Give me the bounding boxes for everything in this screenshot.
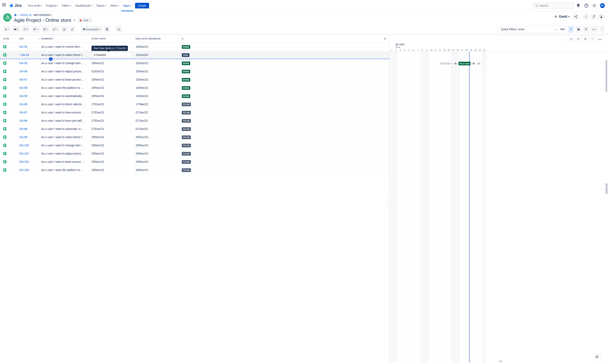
issue-key-link[interactable]: OA-58: [19, 86, 27, 89]
end-date-cell[interactable]: 19/Nov/21: [136, 45, 182, 48]
save-button[interactable]: [104, 26, 110, 33]
start-date-cell[interactable]: 29/Nov/21: [92, 78, 136, 81]
table-row[interactable]: ⋮⋮ OA-55 As a user I want to change item…: [0, 59, 389, 67]
folder-button[interactable]: ▾: [12, 26, 20, 33]
infobar-toggle[interactable]: INFOBAR: [605, 182, 608, 195]
summary-cell[interactable]: As a user I want to have access …: [41, 160, 85, 163]
summary-cell[interactable]: As a user I want to change item …: [41, 62, 84, 65]
zoom-out-button[interactable]: [575, 36, 581, 42]
table-row[interactable]: ⋮⋮ OA-100 As a user I want to change ite…: [0, 141, 389, 150]
nav-item-plans[interactable]: Plans ▾: [108, 0, 121, 11]
issue-key-link[interactable]: OA-87: [19, 111, 27, 114]
end-date-cell[interactable]: 10/Dec/21: [136, 70, 182, 73]
vertical-scrollbar[interactable]: [606, 60, 607, 92]
star-icon[interactable]: [9, 18, 12, 22]
gantt-more-button[interactable]: •••: [597, 36, 603, 42]
end-date-cell[interactable]: 10/Dec/21: [136, 62, 182, 65]
start-date-cell[interactable]: 29/Nov/21: [92, 94, 136, 98]
locate-button[interactable]: ◎: [568, 36, 574, 42]
col-header-summary[interactable]: SUMMARY: [41, 38, 92, 40]
table-row[interactable]: ⋮⋮ ›OA-54 As a user I want to select ite…: [0, 51, 389, 59]
gantt-body[interactable]: 17/Jun/24 ✓ As a user 19/…: [389, 52, 608, 363]
start-date-input[interactable]: [92, 52, 132, 58]
summary-cell[interactable]: As a user I want to select items f…: [41, 53, 85, 56]
status-badge[interactable]: 100%: [182, 53, 189, 57]
link-button[interactable]: ▾: [51, 26, 59, 33]
and-toggle[interactable]: AND: [559, 26, 567, 33]
milestone-dot-icon[interactable]: [472, 63, 475, 65]
status-badge[interactable]: DONE: [182, 94, 190, 98]
status-badge[interactable]: DONE: [182, 86, 190, 90]
status-badge[interactable]: TO DO: [182, 152, 191, 156]
status-badge[interactable]: TO DO: [182, 144, 191, 147]
summary-cell[interactable]: As a user I want to have access …: [41, 111, 85, 114]
issue-key-link[interactable]: OA-54: [21, 53, 29, 56]
collapse-up-button[interactable]: ⌃: [600, 26, 605, 33]
minimap-button[interactable]: [593, 353, 601, 360]
summary-cell[interactable]: As a user I want the platform to …: [41, 86, 84, 89]
zoom-in-button[interactable]: [582, 36, 589, 42]
table-row[interactable]: ⋮⋮ OA-53 As a user I want to control ite…: [0, 43, 389, 51]
config-button[interactable]: [590, 13, 597, 20]
table-row[interactable]: ⋮⋮ OA-58 As a user I want the platform t…: [0, 84, 389, 92]
drag-handle-icon[interactable]: ⋮⋮: [0, 54, 5, 56]
start-date-cell[interactable]: 01/Dec/21: [92, 70, 136, 73]
end-date-cell[interactable]: 29/Nov/21: [136, 152, 182, 155]
status-badge[interactable]: DONE: [182, 45, 190, 49]
sort-button[interactable]: ▾: [22, 26, 30, 33]
summary-cell[interactable]: As a user I want to have access …: [41, 78, 85, 81]
team-button[interactable]: [61, 26, 68, 33]
notifications-icon[interactable]: [575, 2, 581, 9]
issue-key-link[interactable]: OA-100: [19, 144, 29, 147]
share-button[interactable]: [572, 13, 579, 20]
essentials-button[interactable]: Essentials*▾: [81, 26, 102, 33]
milestone-dot-icon[interactable]: [455, 63, 456, 65]
status-badge[interactable]: DONE: [182, 78, 190, 82]
start-date-cell[interactable]: 27/Dec/21: [92, 127, 136, 130]
view-mode-gantt[interactable]: Gantt ▾: [552, 14, 572, 20]
add-button[interactable]: +▾: [3, 26, 10, 33]
issue-key-link[interactable]: OA-53: [19, 45, 27, 48]
end-date-cell[interactable]: 07/Jan/22: [136, 119, 182, 122]
table-row[interactable]: ⋮⋮ OA-86 As a user I want to block selec…: [0, 100, 389, 108]
end-date-cell[interactable]: 07/Jan/22: [136, 127, 182, 130]
issue-key-link[interactable]: OA-55: [19, 62, 27, 65]
issue-key-link[interactable]: OA-88: [19, 119, 27, 122]
table-row[interactable]: ⋮⋮ OA-99 As a user I want to select item…: [0, 133, 389, 141]
table-row[interactable]: ⋮⋮ OA-103 As a user I want the platform …: [0, 166, 389, 174]
nav-item-teams[interactable]: Teams ▾: [94, 0, 108, 11]
end-date-cell[interactable]: 10/Dec/21: [136, 86, 182, 89]
col-header-icon[interactable]: ICON: [3, 38, 19, 40]
user-avatar[interactable]: PK: [599, 2, 606, 9]
user-button[interactable]: [598, 13, 605, 20]
summary-cell[interactable]: As a user I want to have pre-defi…: [41, 119, 85, 122]
issue-key-link[interactable]: OA-57: [19, 78, 27, 81]
search-button[interactable]: [583, 26, 589, 33]
issue-key-link[interactable]: OA-56: [19, 70, 27, 73]
create-button[interactable]: Create: [135, 3, 149, 8]
table-row[interactable]: ⋮⋮ OA-59 As a user I want to automatical…: [0, 92, 389, 100]
quick-filters-dropdown[interactable]: Quick Filters: none▾: [498, 26, 559, 33]
live-indicator[interactable]: ◉ Live ▾: [77, 18, 93, 23]
end-date-cell[interactable]: 17/Mar/22: [136, 103, 182, 106]
end-date-cell[interactable]: 29/Nov/21: [136, 135, 182, 139]
title-dropdown-icon[interactable]: ▾: [74, 19, 75, 22]
fullscreen-button[interactable]: [590, 36, 596, 42]
summary-cell[interactable]: As a user I want to change item …: [41, 144, 84, 147]
end-date-cell[interactable]: 10/Dec/21: [136, 78, 182, 81]
start-date-cell[interactable]: 27/Dec/21: [92, 111, 136, 114]
issue-key-link[interactable]: OA-59: [19, 94, 27, 98]
summary-cell[interactable]: As a user I want the platform to …: [41, 168, 84, 172]
start-date-cell[interactable]: 29/Nov/21: [92, 160, 136, 163]
start-date-cell[interactable]: 29/Nov/21: [92, 152, 136, 155]
summary-cell[interactable]: As a user I want to adjust prices…: [41, 70, 84, 73]
summary-cell[interactable]: As a user I want to automatically…: [41, 94, 85, 98]
issue-key-link[interactable]: OA-86: [19, 103, 27, 106]
start-date-cell[interactable]: 29/Nov/21: [92, 62, 136, 65]
status-badge[interactable]: TO DO: [182, 119, 191, 123]
search-field[interactable]: [539, 4, 571, 7]
gantt-bar[interactable]: As a user: [458, 62, 470, 65]
status-pill[interactable]: NOT STARTED ▾: [33, 13, 53, 17]
table-row[interactable]: ⋮⋮ OA-57 As a user I want to have access…: [0, 76, 389, 84]
layout-button[interactable]: ▾: [41, 26, 49, 33]
